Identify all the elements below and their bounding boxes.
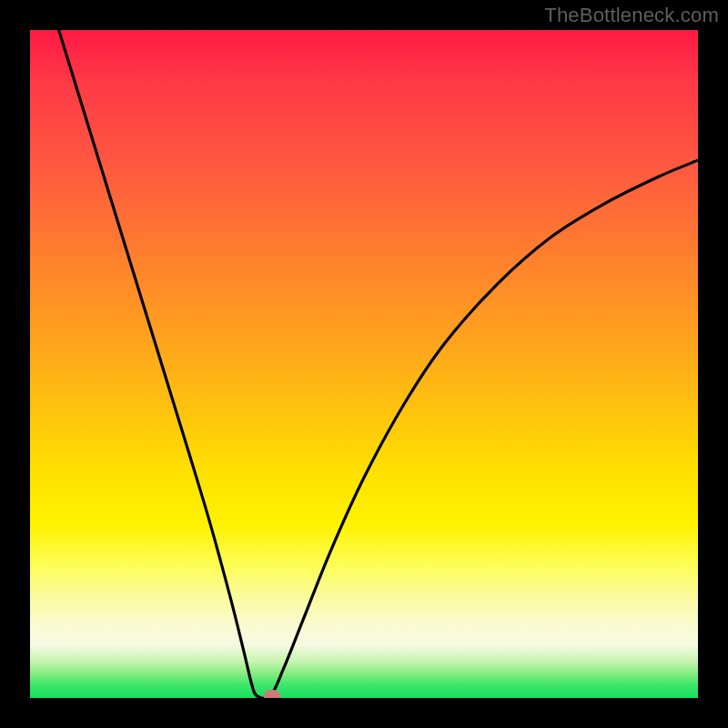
optimal-marker [264,690,280,698]
chart-frame: TheBottleneck.com [0,0,728,728]
bottleneck-curve [30,30,698,698]
plot-area [30,30,698,698]
watermark: TheBottleneck.com [544,4,719,27]
